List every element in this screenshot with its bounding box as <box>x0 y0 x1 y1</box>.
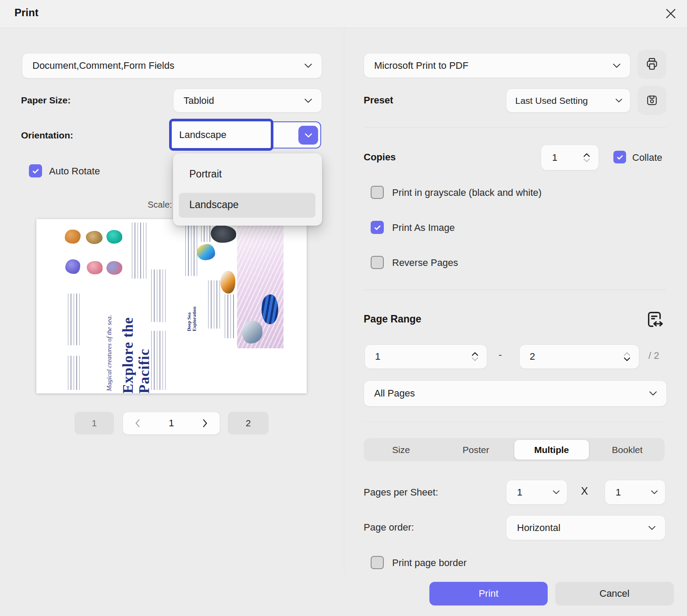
page-range-total: / 2 <box>648 350 659 361</box>
print-as-image-label: Print As Image <box>392 222 455 234</box>
chevron-down-icon <box>472 358 478 361</box>
pager-first-label: 1 <box>92 418 97 428</box>
preview-title-text: Explore the Pacific <box>120 276 152 393</box>
orientation-value-box[interactable]: Landscape <box>169 119 273 151</box>
page-order-value: Horizontal <box>506 522 560 534</box>
pages-per-sheet-rows-select[interactable]: 1 <box>605 480 666 505</box>
page-range-from-spinner[interactable]: 1 <box>365 344 487 369</box>
print-page-border-checkbox[interactable] <box>371 556 384 569</box>
section-divider <box>364 127 666 127</box>
dialog-title: Print <box>14 7 39 19</box>
save-preset-button[interactable] <box>637 86 666 115</box>
page-range-heading: Page Range <box>364 313 421 325</box>
orientation-option-portrait[interactable]: Portrait <box>189 168 222 180</box>
print-as-image-checkbox[interactable] <box>371 221 384 234</box>
grayscale-label: Print in grayscale (black and white) <box>392 187 542 198</box>
printer-properties-button[interactable] <box>637 50 666 79</box>
rock-photo <box>211 225 236 243</box>
preset-label: Preset <box>364 95 393 106</box>
copies-value: 1 <box>541 152 557 163</box>
striped-fish-photo <box>262 294 278 324</box>
preview-text-column <box>225 294 236 338</box>
chevron-up-icon <box>584 153 590 157</box>
tab-poster[interactable]: Poster <box>439 438 513 461</box>
close-button[interactable] <box>662 4 680 23</box>
pager-last-page-button[interactable]: 2 <box>228 412 269 435</box>
printer-icon <box>645 57 659 72</box>
section-divider <box>364 421 666 422</box>
chevron-right-icon[interactable] <box>202 419 208 427</box>
collate-label: Collate <box>632 152 662 163</box>
print-dialog: Print Document,Comment,Form Fields Paper… <box>0 0 687 616</box>
orientation-label: Orientation: <box>21 130 73 141</box>
paper-size-label: Paper Size: <box>21 95 71 106</box>
coral-illustration <box>86 231 103 244</box>
preset-select[interactable]: Last Used Setting <box>506 89 630 113</box>
pager-first-page-button[interactable]: 1 <box>74 412 114 435</box>
auto-rotate-label: Auto Rotate <box>49 166 100 177</box>
pages-per-sheet-cols-value: 1 <box>506 487 522 498</box>
page-range-expand-button[interactable] <box>643 308 665 330</box>
copies-label: Copies <box>364 152 396 163</box>
preview-kicker-text: Magical creatures of the sea. <box>106 297 113 391</box>
chevron-down-icon <box>305 133 312 138</box>
grayscale-checkbox[interactable] <box>371 186 384 199</box>
paper-size-value: Tabloid <box>174 95 214 106</box>
paper-size-select[interactable]: Tabloid <box>173 89 322 113</box>
printer-select[interactable]: Microsoft Print to PDF <box>364 53 630 78</box>
page-range-to-value: 2 <box>520 351 535 362</box>
coral-illustration <box>65 259 80 274</box>
chevron-up-icon <box>624 352 630 356</box>
pager-last-label: 2 <box>246 418 251 428</box>
save-icon <box>645 93 659 107</box>
cancel-button[interactable]: Cancel <box>555 582 674 605</box>
reverse-pages-checkbox[interactable] <box>371 256 384 269</box>
tab-size[interactable]: Size <box>364 438 439 461</box>
check-icon <box>373 223 382 232</box>
pages-per-sheet-label: Pages per Sheet: <box>364 487 438 498</box>
chevron-down-icon <box>649 391 666 396</box>
page-order-label: Page order: <box>364 522 414 533</box>
chevron-down-icon <box>613 64 630 68</box>
dialog-header <box>0 0 687 28</box>
pages-per-sheet-rows-value: 1 <box>605 487 621 498</box>
page-range-mode-select[interactable]: All Pages <box>364 380 667 407</box>
print-content-select[interactable]: Document,Comment,Form Fields <box>22 53 322 78</box>
page-range-separator: - <box>499 349 502 361</box>
tab-booklet[interactable]: Booklet <box>590 438 665 461</box>
orientation-dropdown-menu: Portrait Landscape <box>173 153 322 226</box>
section-divider <box>364 290 666 290</box>
preview-subhead-text: Deep Sea Exploration <box>186 292 197 331</box>
orange-fish-photo <box>220 271 235 294</box>
page-range-mode-value: All Pages <box>364 388 415 399</box>
blue-tang-fish-photo <box>197 244 215 260</box>
scale-label: Scale: <box>148 200 172 210</box>
panel-divider <box>344 28 344 572</box>
chevron-down-icon <box>584 159 590 162</box>
orientation-value: Landscape <box>172 129 227 141</box>
print-button[interactable]: Print <box>429 582 548 605</box>
tab-multiple[interactable]: Multiple <box>514 440 589 460</box>
copies-spinner[interactable]: 1 <box>541 145 599 170</box>
chevron-down-icon <box>553 490 567 494</box>
pages-per-sheet-cols-select[interactable]: 1 <box>506 480 567 505</box>
orientation-option-landscape[interactable]: Landscape <box>189 199 239 211</box>
preview-text-column <box>151 331 166 390</box>
preview-text-column <box>208 280 221 329</box>
preview-text-column <box>151 269 166 322</box>
coral-illustration <box>106 230 122 244</box>
spinner-arrows[interactable] <box>472 352 487 361</box>
print-page-border-label: Print page border <box>392 557 467 569</box>
auto-rotate-checkbox[interactable] <box>29 164 42 177</box>
spinner-arrows[interactable] <box>624 352 639 361</box>
reverse-pages-label: Reverse Pages <box>392 257 458 269</box>
preset-value: Last Used Setting <box>506 96 588 106</box>
orientation-dropdown-button[interactable] <box>298 126 318 145</box>
spinner-arrows[interactable] <box>584 153 598 162</box>
layout-tabs: Size Poster Multiple Booklet <box>364 438 665 461</box>
chevron-left-icon[interactable] <box>135 419 141 427</box>
print-content-value: Document,Comment,Form Fields <box>22 60 174 71</box>
page-range-to-spinner[interactable]: 2 <box>519 344 639 369</box>
page-order-select[interactable]: Horizontal <box>506 515 666 540</box>
collate-checkbox[interactable] <box>613 151 626 163</box>
